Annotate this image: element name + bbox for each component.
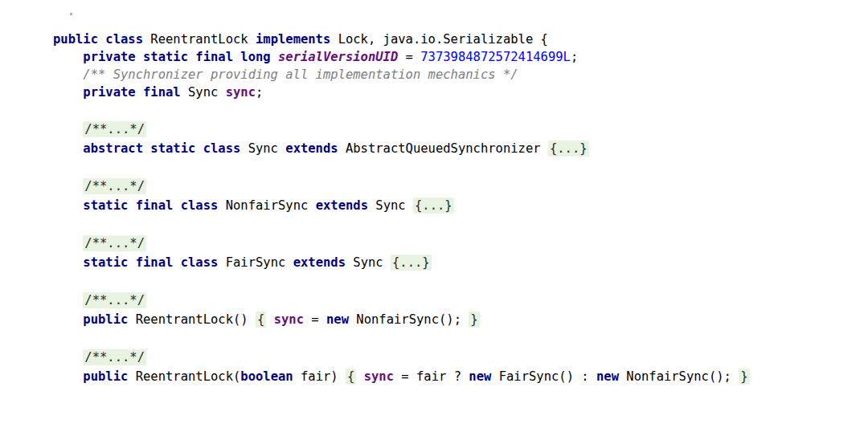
- code-editor: public class ReentrantLock implements Lo…: [53, 31, 750, 386]
- code-line: public class ReentrantLock implements Lo…: [53, 31, 750, 48]
- code-line: abstract static class Sync extends Abstr…: [53, 139, 750, 158]
- code-token: = fair ?: [394, 369, 469, 384]
- code-line: static final class FairSync extends Sync…: [53, 253, 750, 272]
- folded-region[interactable]: }: [469, 312, 479, 328]
- code-token: serialVersionUID: [278, 50, 398, 64]
- folded-region[interactable]: /**...*/: [83, 349, 146, 365]
- folded-region[interactable]: /**...*/: [83, 178, 146, 194]
- code-token: public: [83, 312, 128, 327]
- code-token: =: [304, 312, 326, 327]
- code-token: static final class: [83, 198, 218, 213]
- code-token: /** Synchronizer providing all implement…: [83, 67, 518, 82]
- indent: [53, 141, 83, 156]
- code-line: /**...*/: [53, 348, 750, 367]
- code-line: /** Synchronizer providing all implement…: [53, 66, 750, 84]
- code-line: /**...*/: [53, 234, 750, 253]
- folded-region[interactable]: {...}: [548, 141, 589, 157]
- code-line: static final class NonfairSync extends S…: [53, 196, 750, 215]
- folded-region[interactable]: /**...*/: [83, 292, 146, 308]
- folded-region[interactable]: {...}: [413, 198, 454, 214]
- code-token: =: [398, 50, 420, 64]
- indent: [53, 122, 83, 137]
- code-token: sync: [274, 312, 304, 327]
- code-token: AbstractQueuedSynchronizer: [338, 141, 548, 156]
- code-token: fair): [293, 369, 346, 384]
- code-token: public: [83, 369, 128, 384]
- code-token: ReentrantLock(): [128, 312, 256, 327]
- code-token: Sync: [346, 255, 391, 270]
- folded-region[interactable]: /**...*/: [83, 235, 146, 251]
- code-token: extends: [285, 141, 338, 156]
- code-token: new: [469, 369, 491, 384]
- code-line: /**...*/: [53, 291, 750, 310]
- code-token: sync: [226, 85, 256, 100]
- code-token: ReentrantLock: [143, 32, 256, 47]
- code-token: NonfairSync();: [349, 312, 469, 327]
- folded-region[interactable]: {: [256, 312, 266, 328]
- code-token: Sync: [368, 198, 413, 213]
- indent: [53, 350, 83, 365]
- folded-region[interactable]: /**...*/: [83, 121, 146, 137]
- code-token: extends: [316, 198, 368, 213]
- code-token: Sync: [181, 85, 226, 100]
- indent: [53, 236, 83, 251]
- code-token: Sync: [240, 141, 285, 156]
- indent: [53, 50, 83, 64]
- code-token: new: [326, 312, 349, 327]
- code-line: public ReentrantLock() { sync = new Nonf…: [53, 310, 750, 329]
- indent: [53, 198, 83, 213]
- indent: [53, 67, 83, 82]
- code-token: boolean: [240, 369, 293, 384]
- indent: [53, 312, 83, 327]
- code-token: ;: [256, 85, 263, 100]
- artifact-dot: [70, 13, 72, 15]
- code-token: [266, 312, 273, 327]
- indent: [53, 255, 83, 270]
- code-token: FairSync() :: [491, 369, 596, 384]
- code-line: private final Sync sync;: [53, 84, 750, 101]
- code-token: 7373984872572414699L: [420, 50, 571, 64]
- indent: [53, 293, 83, 308]
- code-line: /**...*/: [53, 120, 750, 139]
- folded-region[interactable]: {...}: [391, 255, 432, 271]
- code-token: private final: [83, 85, 180, 100]
- code-token: ReentrantLock(: [128, 369, 240, 384]
- code-token: FairSync: [218, 255, 293, 270]
- code-token: extends: [293, 255, 346, 270]
- code-token: public class: [53, 32, 143, 47]
- code-token: [356, 369, 363, 384]
- indent: [53, 85, 83, 100]
- code-token: abstract static class: [83, 141, 240, 156]
- code-token: NonfairSync: [218, 198, 315, 213]
- code-line: private static final long serialVersionU…: [53, 48, 750, 66]
- code-token: sync: [364, 369, 394, 384]
- folded-region[interactable]: {: [346, 369, 356, 385]
- code-token: Lock, java.io.Serializable {: [330, 32, 548, 47]
- code-token: static final class: [83, 255, 218, 270]
- code-token: NonfairSync();: [619, 369, 739, 384]
- code-token: [271, 50, 278, 64]
- indent: [53, 369, 83, 384]
- indent: [53, 179, 83, 194]
- code-token: implements: [256, 32, 330, 47]
- code-line: /**...*/: [53, 177, 750, 196]
- folded-region[interactable]: }: [739, 369, 749, 385]
- code-token: new: [596, 369, 619, 384]
- code-line: public ReentrantLock(boolean fair) { syn…: [53, 367, 750, 386]
- code-token: private static final long: [83, 50, 270, 64]
- code-token: ;: [571, 50, 578, 64]
